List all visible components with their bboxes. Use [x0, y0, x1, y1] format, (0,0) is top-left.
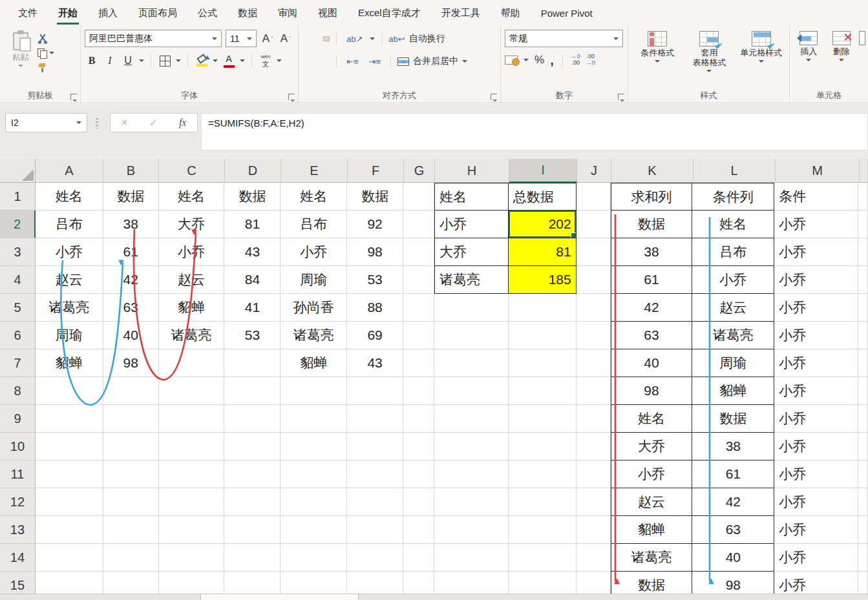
align-right-button[interactable]	[323, 59, 330, 64]
cell-L14[interactable]: 40	[692, 544, 774, 572]
number-dialog-launcher-icon[interactable]	[618, 94, 624, 100]
font-size-select[interactable]: 11	[226, 30, 257, 47]
cell-D1[interactable]: 数据	[224, 183, 281, 211]
cell-H7[interactable]	[434, 349, 509, 377]
cell-I9[interactable]	[509, 405, 577, 433]
cell-E13[interactable]	[281, 516, 347, 544]
cell-C12[interactable]	[159, 488, 225, 516]
format-painter-button[interactable]	[37, 62, 54, 72]
cell-G9[interactable]	[403, 405, 434, 433]
cell-N11[interactable]	[858, 460, 868, 488]
cell-B4[interactable]: 42	[103, 266, 159, 294]
orientation-button[interactable]: ab↗	[343, 32, 366, 47]
cell-E1[interactable]: 姓名	[281, 183, 347, 211]
cell-N5[interactable]	[858, 294, 868, 322]
cell-H6[interactable]	[434, 322, 509, 349]
cell-K9[interactable]: 姓名	[611, 405, 693, 433]
cell-A10[interactable]	[36, 433, 103, 460]
cell-H14[interactable]	[434, 544, 509, 572]
cell-D2[interactable]: 81	[224, 211, 281, 238]
cell-E14[interactable]	[281, 544, 347, 572]
cell-A5[interactable]: 诸葛亮	[36, 294, 103, 322]
cell-B7[interactable]: 98	[103, 349, 159, 377]
cell-M4[interactable]: 小乔	[774, 266, 858, 294]
cell-E2[interactable]: 吕布	[281, 211, 347, 238]
cell-L7[interactable]: 周瑜	[692, 349, 774, 377]
clipboard-dialog-launcher-icon[interactable]	[70, 94, 77, 100]
cut-button[interactable]	[37, 34, 54, 44]
cell-C2[interactable]: 大乔	[159, 211, 225, 238]
cell-J1[interactable]	[577, 183, 611, 211]
cell-I1[interactable]: 总数据	[509, 183, 577, 211]
font-color-button[interactable]: A	[222, 53, 236, 68]
increase-indent-button[interactable]: ⇥≡	[365, 54, 383, 69]
align-top-button[interactable]	[302, 36, 309, 41]
cell-F6[interactable]: 69	[347, 322, 403, 349]
format-as-table-button[interactable]: 套用表格格式	[684, 31, 734, 72]
cell-I12[interactable]	[509, 488, 577, 516]
font-color-caret-icon[interactable]	[240, 59, 245, 62]
cell-J5[interactable]	[577, 294, 611, 322]
column-header-D[interactable]: D	[225, 159, 281, 183]
cell-D11[interactable]	[224, 460, 281, 488]
name-box[interactable]: I2	[5, 113, 87, 132]
cell-C9[interactable]	[159, 405, 225, 433]
cell-J10[interactable]	[577, 433, 611, 460]
cell-M1[interactable]: 条件	[774, 183, 858, 211]
cell-M11[interactable]: 小乔	[774, 460, 858, 488]
tab-数据[interactable]: 数据	[229, 0, 266, 26]
fill-color-button[interactable]	[195, 53, 209, 68]
bold-button[interactable]: B	[85, 53, 99, 68]
cell-C14[interactable]	[159, 544, 225, 572]
row-header-3[interactable]: 3	[0, 238, 36, 266]
cell-K8[interactable]: 98	[611, 377, 693, 405]
cell-H12[interactable]	[434, 488, 509, 516]
column-header-C[interactable]: C	[159, 159, 225, 183]
formula-input[interactable]: =SUMIFS(B:F,A:E,H2)	[201, 113, 868, 150]
cell-B9[interactable]	[103, 405, 159, 433]
cell-L9[interactable]: 数据	[692, 405, 774, 433]
cell-K10[interactable]: 大乔	[611, 433, 693, 460]
cell-J3[interactable]	[577, 238, 611, 266]
cell-D6[interactable]: 53	[224, 322, 281, 349]
cell-B5[interactable]: 63	[103, 294, 159, 322]
wrap-text-button[interactable]: 自动换行	[409, 33, 445, 45]
cell-C4[interactable]: 赵云	[159, 266, 225, 294]
column-header-K[interactable]: K	[611, 159, 693, 183]
merge-center-button[interactable]: 合并后居中	[413, 56, 458, 67]
cell-G12[interactable]	[403, 488, 434, 516]
tab-帮助[interactable]: 帮助	[492, 0, 529, 26]
cell-F10[interactable]	[347, 433, 403, 460]
orientation-caret-icon[interactable]	[370, 37, 375, 40]
cell-K13[interactable]: 貂蝉	[611, 516, 693, 544]
cell-D8[interactable]	[224, 377, 281, 405]
cell-M13[interactable]: 小乔	[774, 516, 858, 544]
cell-B14[interactable]	[103, 544, 159, 572]
insert-cells-button[interactable]: 插入	[794, 31, 824, 90]
row-header-10[interactable]: 10	[0, 433, 36, 460]
cell-B8[interactable]	[103, 377, 159, 405]
decrease-decimal-button[interactable]: .00→0	[586, 54, 595, 67]
cell-E3[interactable]: 小乔	[281, 238, 347, 266]
cell-J2[interactable]	[577, 211, 611, 238]
cell-B11[interactable]	[103, 460, 159, 488]
cell-N7[interactable]	[858, 349, 868, 377]
cell-I2[interactable]: 202	[509, 211, 577, 238]
cell-A8[interactable]	[36, 377, 103, 405]
cell-C3[interactable]: 小乔	[159, 238, 225, 266]
cell-C10[interactable]	[159, 433, 225, 460]
cell-F8[interactable]	[347, 377, 403, 405]
cell-K1[interactable]: 求和列	[611, 183, 693, 211]
accounting-caret-icon[interactable]	[524, 59, 529, 61]
cell-D4[interactable]: 84	[224, 266, 281, 294]
cell-F9[interactable]	[347, 405, 403, 433]
cell-K7[interactable]: 40	[611, 349, 693, 377]
cell-K11[interactable]: 小乔	[611, 460, 693, 488]
cell-F11[interactable]	[347, 460, 403, 488]
cell-F5[interactable]: 88	[347, 294, 403, 322]
cell-C1[interactable]: 姓名	[159, 183, 225, 211]
cell-F12[interactable]	[347, 488, 403, 516]
cell-D12[interactable]	[224, 488, 281, 516]
cell-G5[interactable]	[403, 294, 434, 322]
enter-icon[interactable]: ✓	[149, 117, 157, 129]
